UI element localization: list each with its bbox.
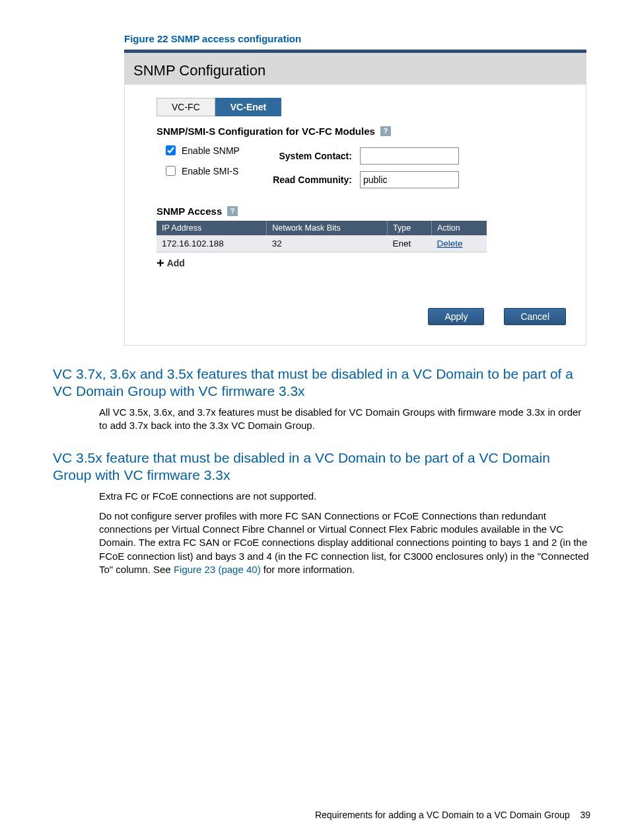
footer-page-number: 39	[580, 810, 590, 820]
panel-title: SNMP Configuration	[124, 53, 586, 85]
body-paragraph: Do not configure server profiles with mo…	[99, 510, 590, 576]
read-community-input[interactable]	[360, 171, 459, 188]
snmp-access-title: SNMP Access	[157, 206, 222, 217]
add-button[interactable]: + Add	[157, 258, 185, 268]
help-icon[interactable]: ?	[380, 126, 391, 136]
enable-snmp-label[interactable]: Enable SNMP	[163, 143, 240, 157]
snmp-access-table: IP Address Network Mask Bits Type Action…	[157, 221, 487, 252]
cancel-button[interactable]: Cancel	[504, 308, 566, 325]
tabs: VC-FC VC-Enet	[157, 98, 566, 116]
col-mask: Network Mask Bits	[267, 221, 388, 235]
body-paragraph: Extra FC or FCoE connections are not sup…	[99, 490, 590, 503]
enable-smis-checkbox[interactable]	[166, 166, 176, 176]
cell-type: Enet	[388, 235, 432, 252]
figure-link[interactable]: Figure 23 (page 40)	[174, 564, 261, 575]
body-paragraph: All VC 3.5x, 3.6x, and 3.7x features mus…	[99, 406, 590, 433]
footer-text: Requirements for adding a VC Domain to a…	[315, 810, 570, 820]
snmp-config-panel: SNMP Configuration VC-FC VC-Enet SNMP/SM…	[124, 50, 586, 346]
enable-smis-label[interactable]: Enable SMI-S	[163, 164, 240, 178]
add-label: Add	[167, 258, 185, 268]
text-run: for more information.	[261, 564, 355, 575]
table-row: 172.16.102.188 32 Enet Delete	[157, 235, 487, 252]
tab-vc-fc[interactable]: VC-FC	[157, 98, 215, 116]
apply-button[interactable]: Apply	[428, 308, 484, 325]
section-heading-2: VC 3.5x feature that must be disabled in…	[53, 449, 590, 484]
system-contact-input[interactable]	[360, 147, 459, 165]
section-heading-1: VC 3.7x, 3.6x and 3.5x features that mus…	[53, 365, 590, 401]
panel-body: VC-FC VC-Enet SNMP/SMI-S Configuration f…	[124, 85, 586, 346]
enable-snmp-text: Enable SNMP	[182, 145, 240, 156]
help-icon[interactable]: ?	[227, 206, 238, 216]
cell-action: Delete	[431, 235, 487, 252]
cell-mask: 32	[267, 235, 388, 252]
col-ip: IP Address	[157, 221, 267, 235]
page-footer: Requirements for adding a VC Domain to a…	[315, 810, 590, 820]
plus-icon: +	[157, 258, 164, 268]
col-action: Action	[431, 221, 487, 235]
enable-smis-text: Enable SMI-S	[182, 166, 238, 176]
figure-caption: Figure 22 SNMP access configuration	[124, 33, 590, 44]
tab-vc-enet[interactable]: VC-Enet	[215, 98, 281, 116]
read-community-label: Read Community:	[266, 174, 352, 185]
enable-snmp-checkbox[interactable]	[166, 145, 176, 155]
col-type: Type	[388, 221, 432, 235]
cell-ip: 172.16.102.188	[157, 235, 267, 252]
system-contact-label: System Contact:	[266, 151, 352, 161]
delete-link[interactable]: Delete	[437, 239, 462, 248]
module-section-title: SNMP/SMI-S Configuration for VC-FC Modul…	[157, 126, 375, 137]
